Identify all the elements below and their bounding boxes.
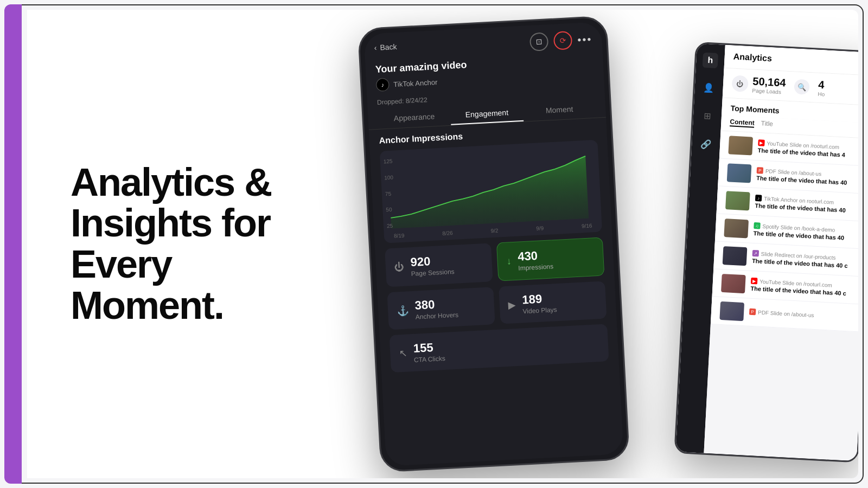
left-section: Analytics & Insights for Every Moment. [27,130,342,358]
moment-info-7: P PDF Slide on /about-us [749,309,856,322]
spotify-dot-icon: ♫ [754,222,761,229]
moment-thumb-2 [727,163,752,183]
redirect-dot-icon: ↗ [752,250,760,257]
pdf-dot-icon-2: P [749,309,756,316]
tablet-inner: h 👤 ⊞ 🔗 Analytics [675,43,858,461]
stat-info-impressions: 430 Impressions [518,248,554,272]
purple-accent-bar [4,4,22,484]
moment-info-2: P PDF Slide on /about-us The title of th… [756,167,858,187]
sidebar-icon-link[interactable]: 🔗 [697,134,715,153]
chart-area [388,156,589,229]
hovers-label: Anchor Hovers [415,311,458,321]
hero-line2: Insights for [71,201,270,245]
sidebar-icon-users[interactable]: 👤 [700,78,718,97]
analytics-page-loads: ⏻ 50,164 Page Loads [731,74,786,95]
hero-line1: Analytics & [71,160,271,204]
tablet-layout: h 👤 ⊞ 🔗 Analytics [675,43,858,461]
hovers-number: 380 [414,297,458,313]
youtube-dot-icon-2: ▶ [751,278,758,285]
stat-impressions: ↓ 430 Impressions [496,237,604,281]
hover-partial-label: Ho [818,91,858,100]
stat-info-cta: 155 CTA Clicks [413,340,445,364]
anchor-name: TikTok Anchor [393,78,438,88]
page-loads-number: 50,164 [752,75,786,89]
sessions-label: Page Sessions [411,268,455,278]
phone-mockup: ‹ Back ⊡ ⟳ ••• Your amazing video [358,16,630,473]
screen-icon[interactable]: ⊡ [529,32,549,52]
stat-page-sessions: ⏻ 920 Page Sessions [385,243,493,287]
share-icon[interactable]: ⟳ [553,31,573,50]
more-options-button[interactable]: ••• [577,33,592,46]
moment-thumb-4 [724,219,749,238]
play-icon: ▶ [508,299,516,311]
outer-border: Analytics & Insights for Every Moment. ‹… [4,4,864,484]
cursor-icon: ↖ [399,347,407,359]
back-chevron-icon: ‹ [374,43,377,52]
sidebar-logo: h [703,53,718,68]
tablet-title: Analytics [733,52,772,64]
moment-info-4: ♫ Spotify Slide on /book-a-demo The titl… [753,222,858,242]
cta-number: 155 [413,340,445,356]
page-loads-label: Page Loads [752,87,786,95]
sessions-number: 920 [410,253,454,269]
tab-appearance[interactable]: Appearance [378,107,451,129]
moments-tab-title[interactable]: Title [761,119,773,129]
plays-number: 189 [522,291,557,307]
moment-thumb-1 [728,136,753,155]
stat-info-hovers: 380 Anchor Hovers [414,297,458,321]
tab-engagement[interactable]: Engagement [450,103,524,125]
tiktok-icon: ♪ [376,78,390,92]
hero-text: Analytics & Insights for Every Moment. [71,162,298,326]
chart-section: Anchor Impressions 125 100 75 50 25 [369,124,612,244]
main-content: Analytics & Insights for Every Moment. ‹… [27,10,858,478]
moment-info-3: ♪ TikTok Anchor on rooturl.com The title… [755,195,858,214]
impressions-number: 430 [518,248,553,264]
anchor-icon: ⚓ [397,304,409,317]
pdf-dot-icon: P [757,167,764,174]
sidebar-icon-grid[interactable]: ⊞ [698,106,717,125]
cta-label: CTA Clicks [414,355,445,364]
moment-info-1: ▶ YouTube Slide on /rooturl.com The titl… [757,139,858,159]
stats-grid: ⏻ 920 Page Sessions ↓ 430 Impressions [375,232,617,336]
stat-info-plays: 189 Video Plays [522,291,557,315]
analytics-search-icon[interactable]: 🔍 [794,79,809,94]
tablet-mockup: h 👤 ⊞ 🔗 Analytics [674,42,858,463]
chart-container: 125 100 75 50 25 [380,140,602,243]
power-icon: ⏻ [394,261,404,273]
hero-line3: Every Moment. [71,242,224,327]
tab-moment[interactable]: Moment [522,99,596,121]
moment-thumb-3 [725,191,750,210]
moment-source-7: P PDF Slide on /about-us [749,309,856,320]
tiktok-dot-icon: ♪ [755,195,762,202]
stat-info-sessions: 920 Page Sessions [410,253,455,278]
back-button[interactable]: ‹ Back [374,42,397,52]
moment-thumb-6 [721,274,746,293]
stat-video-plays: ▶ 189 Video Plays [499,281,607,324]
download-icon: ↓ [506,255,512,267]
moment-info-6: ▶ YouTube Slide on /rooturl.com The titl… [750,278,857,297]
devices-section: ‹ Back ⊡ ⟳ ••• Your amazing video [342,10,858,478]
moments-tab-content[interactable]: Content [730,118,755,127]
back-label: Back [380,42,397,52]
stat-anchor-hovers: ⚓ 380 Anchor Hovers [387,287,495,330]
moment-info-5: ↗ Slide Redirect on /our-products The ti… [752,250,858,269]
moment-thumb-5 [723,246,748,266]
youtube-dot-icon: ▶ [758,139,765,146]
page-loads-icon: ⏻ [731,75,749,92]
plays-label: Video Plays [522,306,557,315]
impressions-label: Impressions [518,262,553,272]
moments-list: ▶ YouTube Slide on /rooturl.com The titl… [711,131,858,332]
tablet-main-content: Analytics ⏻ 50,164 Page Loads [704,45,858,461]
phone-inner: ‹ Back ⊡ ⟳ ••• Your amazing video [363,22,623,466]
chart-svg [387,147,593,228]
phone-icons-right: ⊡ ⟳ ••• [529,30,593,52]
moment-thumb-7 [719,301,744,321]
